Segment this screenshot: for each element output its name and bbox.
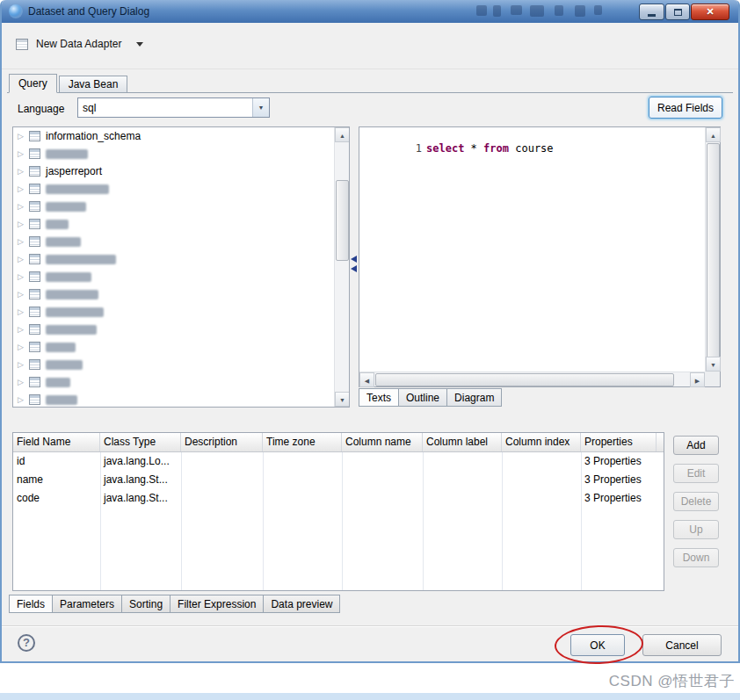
tree-item[interactable]: ▷	[13, 180, 334, 198]
bottom-tab-data-preview[interactable]: Data preview	[263, 595, 340, 613]
sql-code-line: select * from course	[426, 142, 554, 155]
tree-item[interactable]: ▷	[13, 391, 334, 407]
redacted-label	[46, 290, 98, 299]
expand-arrow-icon[interactable]: ▷	[18, 272, 27, 281]
expand-arrow-icon[interactable]: ▷	[18, 237, 27, 246]
cancel-button[interactable]: Cancel	[642, 634, 722, 656]
column-header-column-index[interactable]: Column index	[502, 433, 581, 451]
expand-arrow-icon[interactable]: ▷	[18, 378, 27, 386]
table-icon	[29, 342, 40, 352]
tree-item[interactable]: ▷	[13, 338, 334, 356]
expand-arrow-icon[interactable]: ▷	[18, 255, 27, 263]
data-adapter-dropdown[interactable]: New Data Adapter	[16, 33, 143, 54]
tree-item[interactable]: ▷	[13, 233, 334, 250]
expand-arrow-icon[interactable]: ▷	[18, 149, 27, 158]
close-button[interactable]: ✕	[691, 4, 729, 20]
table-icon	[29, 289, 40, 299]
language-combo[interactable]: sql ▼	[77, 97, 270, 118]
expand-arrow-icon[interactable]: ▷	[18, 167, 27, 176]
redacted-label	[46, 378, 70, 387]
tree-item[interactable]: ▷	[13, 321, 334, 338]
tab-java-bean[interactable]: Java Bean	[59, 76, 128, 93]
add-button[interactable]: Add	[673, 436, 719, 455]
watermark: CSDN @悟世君子	[609, 671, 735, 691]
editor-tab-texts[interactable]: Texts	[359, 388, 399, 407]
column-header-column-name[interactable]: Column name	[342, 433, 423, 451]
top-tab-bar: QueryJava Bean	[9, 74, 129, 93]
table-row[interactable]: idjava.lang.Lo...3 Properties	[13, 452, 664, 471]
tree-item[interactable]: ▷	[13, 250, 334, 268]
column-header-column-label[interactable]: Column label	[423, 433, 502, 451]
expand-arrow-icon[interactable]: ▷	[18, 184, 27, 193]
scroll-down-icon[interactable]: ▼	[706, 357, 721, 372]
bottom-tab-parameters[interactable]: Parameters	[52, 595, 122, 613]
scroll-left-icon[interactable]: ◀	[359, 372, 374, 387]
editor-hscroll-thumb[interactable]	[375, 373, 674, 386]
column-header-time-zone[interactable]: Time zone	[263, 433, 342, 451]
tree-item[interactable]: ▷	[13, 198, 334, 215]
ok-button[interactable]: OK	[570, 634, 625, 656]
tree-scroll-thumb[interactable]	[336, 180, 349, 261]
table-row[interactable]: codejava.lang.St...3 Properties	[13, 489, 664, 508]
minimize-button[interactable]	[639, 4, 664, 20]
scroll-up-icon[interactable]: ▲	[706, 127, 721, 142]
table-cell: java.lang.St...	[100, 489, 181, 508]
column-header-description[interactable]: Description	[181, 433, 263, 451]
maximize-button[interactable]	[665, 4, 690, 20]
editor-vscroll-thumb[interactable]	[707, 143, 720, 358]
expand-arrow-icon[interactable]: ▷	[18, 307, 27, 316]
language-label: Language	[18, 103, 64, 115]
table-icon	[29, 254, 40, 264]
tree-item[interactable]: ▷	[13, 215, 334, 233]
table-cell	[502, 489, 581, 508]
table-icon	[29, 307, 40, 317]
bottom-tab-filter-expression[interactable]: Filter Expression	[170, 595, 264, 613]
editor-horizontal-scrollbar[interactable]: ◀ ▶	[359, 372, 705, 386]
table-cell	[502, 471, 581, 489]
window-bleed-mark	[555, 5, 563, 16]
tree-item[interactable]: ▷information_schema	[13, 127, 334, 145]
redacted-label	[46, 360, 83, 370]
expand-arrow-icon[interactable]: ▷	[18, 220, 27, 228]
close-icon: ✕	[706, 6, 714, 18]
bottom-tab-sorting[interactable]: Sorting	[121, 595, 170, 613]
table-cell	[263, 489, 342, 508]
sql-editor[interactable]: 1select * from course	[359, 127, 705, 372]
tree-item[interactable]: ▷	[13, 356, 334, 373]
tree-item[interactable]: ▷	[13, 373, 334, 391]
tree-item[interactable]: ▷jasperreport	[13, 162, 334, 180]
titlebar[interactable]: Dataset and Query Dialog ✕	[2, 0, 738, 23]
tree-item[interactable]: ▷	[13, 285, 334, 303]
scroll-up-icon[interactable]: ▲	[335, 127, 350, 142]
scroll-right-icon[interactable]: ▶	[690, 372, 705, 387]
column-header-field-name[interactable]: Field Name	[13, 433, 100, 451]
splitter-collapse-control[interactable]	[351, 253, 359, 275]
column-header-class-type[interactable]: Class Type	[100, 433, 181, 451]
tab-query[interactable]: Query	[9, 74, 57, 93]
bottom-tab-fields[interactable]: Fields	[9, 595, 53, 613]
editor-vertical-scrollbar[interactable]: ▲ ▼	[705, 127, 720, 372]
expand-arrow-icon[interactable]: ▷	[18, 290, 27, 299]
expand-arrow-icon[interactable]: ▷	[18, 325, 27, 334]
editor-tab-outline[interactable]: Outline	[398, 388, 447, 407]
expand-arrow-icon[interactable]: ▷	[18, 360, 27, 369]
expand-arrow-icon[interactable]: ▷	[18, 202, 27, 211]
editor-tab-diagram[interactable]: Diagram	[446, 388, 502, 407]
tree-item[interactable]: ▷	[13, 268, 334, 285]
table-row[interactable]: namejava.lang.St...3 Properties	[13, 471, 664, 489]
column-header-properties[interactable]: Properties	[581, 433, 657, 451]
expand-arrow-icon[interactable]: ▷	[18, 343, 27, 351]
expand-arrow-icon[interactable]: ▷	[18, 132, 27, 141]
sql-text: *	[464, 142, 483, 155]
combo-chevron-down-icon: ▼	[252, 98, 269, 117]
table-icon	[29, 131, 40, 141]
tree-scrollbar[interactable]: ▲ ▼	[334, 127, 349, 407]
read-fields-button[interactable]: Read Fields	[649, 97, 722, 119]
tree-item[interactable]: ▷	[13, 145, 334, 162]
help-button[interactable]: ?	[18, 634, 35, 652]
expand-arrow-icon[interactable]: ▷	[18, 395, 27, 404]
scroll-down-icon[interactable]: ▼	[335, 392, 350, 407]
table-icon	[29, 166, 40, 177]
tree-item[interactable]: ▷	[13, 303, 334, 321]
table-icon	[29, 148, 40, 159]
